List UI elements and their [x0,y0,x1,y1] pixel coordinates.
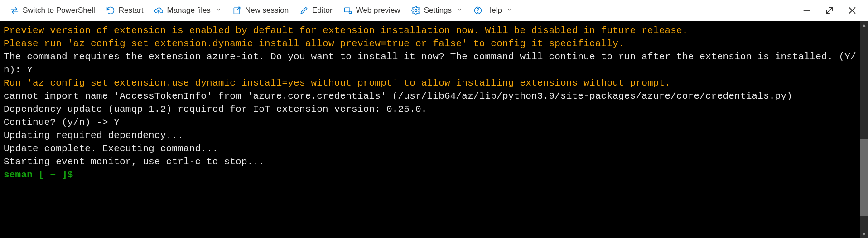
switch-shell-label: Switch to PowerShell [23,6,95,15]
scroll-up-arrow[interactable]: ▲ [860,21,868,29]
editor-label: Editor [312,6,332,15]
web-preview-icon [343,6,352,15]
terminal-line: Please run 'az config set extension.dyna… [4,37,857,50]
restart-label: Restart [119,6,144,15]
help-icon [473,6,482,15]
terminal-line: Dependency update (uamqp 1.2) required f… [4,103,857,116]
new-session-button[interactable]: New session [228,3,293,18]
terminal[interactable]: Preview version of extension is enabled … [0,21,860,238]
terminal-line: Update complete. Executing command... [4,142,857,155]
scroll-thumb[interactable] [860,139,868,216]
cursor [80,171,84,180]
editor-button[interactable]: Editor [295,3,337,18]
restart-icon [106,6,115,15]
scroll-down-arrow[interactable]: ▼ [860,230,868,238]
chevron-down-icon [456,6,463,15]
swap-icon [10,6,19,15]
restart-button[interactable]: Restart [101,3,148,18]
terminal-prompt[interactable]: seman [ ~ ]$ [4,168,857,181]
manage-files-button[interactable]: Manage files [149,3,226,18]
switch-shell-button[interactable]: Switch to PowerShell [5,3,100,18]
web-preview-button[interactable]: Web preview [339,3,405,18]
chevron-down-icon [215,6,222,15]
new-session-icon [232,6,241,15]
settings-button[interactable]: Settings [407,3,467,18]
chevron-down-icon [506,6,513,15]
pencil-icon [299,6,309,15]
new-session-label: New session [245,6,289,15]
minimize-button[interactable] [802,5,812,15]
web-preview-label: Web preview [356,6,400,15]
svg-point-3 [415,10,417,12]
manage-files-label: Manage files [167,6,210,15]
maximize-button[interactable] [825,5,834,15]
help-label: Help [486,6,502,15]
terminal-panel: Preview version of extension is enabled … [0,21,868,238]
terminal-line: The command requires the extension azure… [4,50,857,76]
svg-point-5 [478,12,478,13]
close-button[interactable] [847,5,857,15]
toolbar: Switch to PowerShell Restart Manage file… [0,0,868,21]
terminal-line: Starting event monitor, use ctrl-c to st… [4,155,857,168]
terminal-line: Continue? (y/n) -> Y [4,116,857,129]
settings-label: Settings [424,6,452,15]
help-button[interactable]: Help [469,3,517,18]
terminal-line: Preview version of extension is enabled … [4,24,857,37]
terminal-line: Run 'az config set extension.use_dynamic… [4,76,857,90]
terminal-line: Updating required dependency... [4,129,857,142]
scrollbar[interactable]: ▲ ▼ [860,21,868,238]
cloud-upload-icon [154,6,163,15]
terminal-line: cannot import name 'AccessTokenInfo' fro… [4,90,857,103]
window-controls [802,5,863,15]
gear-icon [411,6,420,15]
svg-rect-1 [344,8,350,12]
